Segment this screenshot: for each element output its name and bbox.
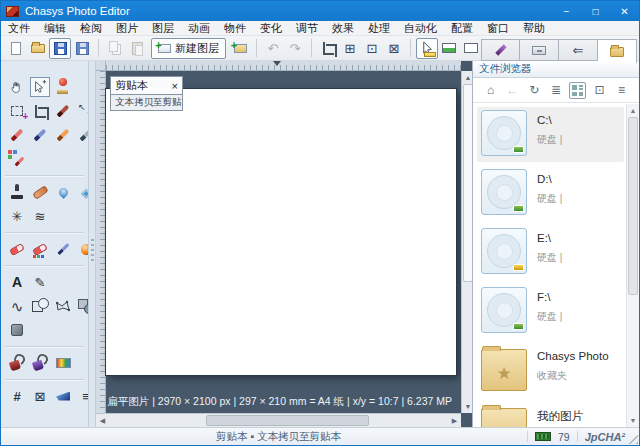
open-button[interactable] [27,38,49,59]
menu-image[interactable]: 图片 [109,21,145,36]
airbrush-tool[interactable] [54,240,72,258]
knife-tool[interactable] [54,102,72,120]
move-resize-tool[interactable]: ↖↘ [77,102,89,120]
document-tab[interactable]: 剪贴本 × 文本拷贝至剪贴本 [110,76,183,111]
undo-button[interactable]: ↶ [262,38,284,59]
pushpin-tool[interactable] [54,78,72,96]
sharpen-tool[interactable]: ◈ [77,183,89,201]
new-layer-button[interactable]: 新建图层 [151,38,226,59]
pointer-mode-button[interactable] [416,38,438,59]
thumbnail-view-button[interactable] [569,82,586,99]
home-button[interactable]: ⌂ [482,82,499,99]
select-tool[interactable] [31,78,49,96]
brush-tool[interactable] [54,126,72,144]
close-button[interactable]: ✕ [610,1,639,21]
rect-select-tool[interactable] [8,102,26,120]
scroll-left-icon[interactable]: ◀ [96,414,109,428]
copy-button[interactable] [104,38,126,59]
menu-file[interactable]: 文件 [1,21,37,36]
smudge-tool[interactable]: ≋ [31,207,49,225]
color-eraser-tool[interactable] [31,240,49,258]
menu-settings[interactable]: 配置 [444,21,480,36]
polygon-lasso-tool[interactable] [54,297,72,315]
save-button[interactable] [49,38,71,59]
toolbox-splitter[interactable] [89,61,96,427]
file-list-scrollbar[interactable]: ▲ ▼ [626,104,639,427]
curve-tool[interactable]: ∿ [8,297,26,315]
horizontal-scroll-thumb[interactable] [206,415,369,426]
wedge-tool[interactable] [54,387,72,405]
minimize-button[interactable]: − [552,1,581,21]
tab-history[interactable]: ⇐ [559,39,598,61]
hand-tool[interactable] [8,78,26,96]
multi-brush-tool[interactable] [8,150,26,168]
effect-brush-tool[interactable]: fx [77,126,89,144]
frame-mode-button[interactable] [460,38,482,59]
shape-tool[interactable] [31,297,49,315]
list-scroll-thumb[interactable] [628,117,638,295]
preview-button[interactable]: ⊡ [591,82,608,99]
list-view-button[interactable]: ≣ [547,82,564,99]
orb-tool[interactable] [77,240,89,258]
menu-help[interactable]: 帮助 [516,21,552,36]
crop-tool[interactable] [31,102,49,120]
scroll-down-icon[interactable]: ▼ [627,414,639,427]
menu-object[interactable]: 物件 [217,21,253,36]
menu-edit[interactable]: 编辑 [37,21,73,36]
heal-tool[interactable] [31,183,49,201]
list-item-drive-f[interactable]: F:\硬盘 | [477,284,624,339]
scroll-right-icon[interactable]: ▶ [448,414,461,428]
menu-effects[interactable]: 效果 [325,21,361,36]
panel-menu-button[interactable]: ≡ [613,82,630,99]
tab-file-browser[interactable] [598,39,637,63]
clone-stamp-tool[interactable] [8,183,26,201]
crop-canvas-button[interactable] [317,38,339,59]
pen-tool[interactable] [31,126,49,144]
scroll-up-icon[interactable]: ▲ [627,104,639,117]
list-item-chasys-photo[interactable]: ★ Chasys Photo收藏夹 [477,343,624,398]
canvas-horizontal-scrollbar[interactable]: ◀ ▶ [96,413,461,427]
gradient-fill-tool[interactable] [54,354,72,372]
pencil-tool[interactable] [8,126,26,144]
paste-button[interactable] [126,38,148,59]
menu-adjust[interactable]: 调节 [289,21,325,36]
image-canvas[interactable] [106,89,456,375]
shape-combine-tool[interactable] [77,297,89,315]
layer-mode-button[interactable] [438,38,460,59]
menu-window[interactable]: 窗口 [480,21,516,36]
tab-resources[interactable] [520,39,559,61]
menu-animation[interactable]: 动画 [181,21,217,36]
list-item-drive-d[interactable]: D:\硬盘 | [477,166,624,221]
redo-button[interactable]: ↷ [284,38,306,59]
mesh-warp-tool[interactable]: ⊠ [31,387,49,405]
refresh-button[interactable]: ↻ [526,82,543,99]
canvas-size-button[interactable]: ⊞ [339,38,361,59]
menu-automation[interactable]: 自动化 [397,21,444,36]
save-as-button[interactable] [71,38,93,59]
line-spacing-tool[interactable]: ≡ [77,387,89,405]
list-item-drive-c[interactable]: C:\硬盘 | [477,107,624,162]
menu-layer[interactable]: 图层 [145,21,181,36]
swatch-tool[interactable] [8,321,26,339]
image-resize-button[interactable]: ⊡ [361,38,383,59]
selection-resize-button[interactable]: ⊠ [383,38,405,59]
signature-tool[interactable]: ✎ [31,273,49,291]
menu-process[interactable]: 处理 [361,21,397,36]
list-item-drive-e[interactable]: E:\硬盘 | [477,225,624,280]
blur-tool[interactable] [54,183,72,201]
maximize-button[interactable]: □ [581,1,610,21]
scatter-tool[interactable]: ✳ [8,207,26,225]
new-image-button[interactable] [5,38,27,59]
document-tab-close-icon[interactable]: × [172,80,178,92]
text-tool[interactable]: A [8,273,26,291]
pattern-fill-tool[interactable] [31,354,49,372]
tab-objects[interactable] [481,39,520,61]
menu-transform[interactable]: 变化 [253,21,289,36]
menu-view[interactable]: 检阅 [73,21,109,36]
eraser-tool[interactable] [8,240,26,258]
list-item-my-pictures[interactable]: 我的图片收藏夹 [477,402,624,427]
grid-tool[interactable]: # [8,387,26,405]
fill-tool[interactable] [8,354,26,372]
back-button[interactable]: ← [504,82,521,99]
add-layer-from-file-button[interactable] [229,38,251,59]
